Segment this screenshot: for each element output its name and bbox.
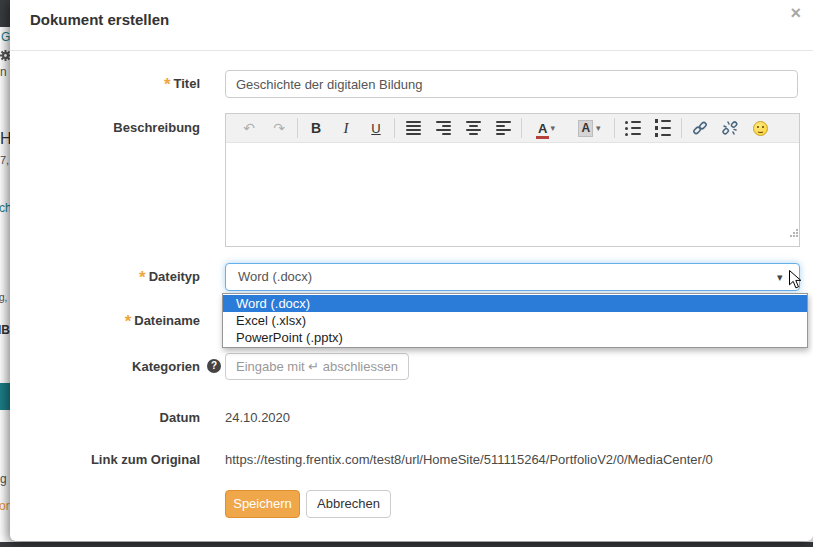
align-left-button[interactable]	[488, 116, 518, 140]
dropdown-option[interactable]: PowerPoint (.pptx)	[223, 329, 807, 346]
undo-button[interactable]: ↶	[234, 116, 264, 140]
rich-text-editor: ↶ ↷ B I U A▾ A▾	[225, 113, 800, 247]
dropdown-option[interactable]: Excel (.xlsx)	[223, 312, 807, 329]
background-text-fragment: 7,	[0, 154, 9, 166]
background-text-fragment: H	[0, 130, 10, 148]
unordered-list-button[interactable]	[618, 116, 648, 140]
field-label-titel-text: Titel	[174, 76, 201, 91]
toolbar-separator	[394, 118, 395, 138]
remove-link-button[interactable]	[715, 116, 745, 140]
background-text-fragment: g, S	[0, 292, 10, 303]
toolbar-separator	[681, 118, 682, 138]
required-asterisk-icon: *	[164, 75, 171, 94]
align-right-button[interactable]	[428, 116, 458, 140]
align-center-icon	[466, 121, 481, 135]
redo-icon: ↷	[273, 120, 285, 136]
field-label-dateiname: *Dateiname	[20, 307, 200, 336]
select-caret-icon: ▾	[777, 264, 783, 290]
chevron-down-icon: ▾	[596, 123, 601, 133]
bold-button[interactable]: B	[301, 116, 331, 140]
background-header-strip	[0, 0, 10, 27]
required-asterisk-icon: *	[125, 312, 132, 331]
field-label-dateityp: *Dateityp	[20, 263, 200, 292]
smiley-icon	[753, 121, 768, 136]
field-label-kategorien: Kategorien	[20, 353, 200, 380]
background-footer-strip	[0, 542, 813, 547]
rich-text-area[interactable]	[226, 143, 799, 238]
italic-icon: I	[344, 120, 349, 137]
mouse-cursor-icon	[789, 270, 803, 290]
background-text-fragment: ch	[0, 201, 10, 215]
save-button[interactable]: Speichern	[225, 490, 300, 518]
link-zum-original-value: https://testing.frentix.com/test8/url/Ho…	[225, 452, 713, 468]
header-divider	[10, 50, 813, 51]
bold-icon: B	[311, 120, 321, 136]
titel-input[interactable]	[225, 70, 798, 98]
align-center-button[interactable]	[458, 116, 488, 140]
datum-value: 24.10.2020	[225, 410, 290, 426]
dateityp-selected-value: Word (.docx)	[238, 269, 312, 284]
text-color-icon: A	[538, 122, 547, 135]
underline-button[interactable]: U	[361, 116, 391, 140]
ordered-list-icon	[655, 119, 671, 137]
align-left-icon	[496, 121, 511, 135]
undo-icon: ↶	[243, 120, 255, 136]
align-justify-button[interactable]	[398, 116, 428, 140]
background-text-fragment: G	[1, 30, 10, 44]
gear-icon	[0, 50, 10, 61]
toolbar-separator	[614, 118, 615, 138]
field-label-titel: *Titel	[20, 70, 200, 99]
ordered-list-button[interactable]	[648, 116, 678, 140]
close-icon[interactable]: ×	[790, 3, 801, 23]
toolbar-separator	[297, 118, 298, 138]
background-text-fragment: g	[0, 472, 7, 486]
required-asterisk-icon: *	[139, 268, 146, 287]
kategorien-input[interactable]	[225, 353, 409, 380]
field-label-beschreibung: Beschreibung	[20, 114, 200, 142]
underline-icon: U	[371, 121, 380, 136]
align-right-icon	[436, 121, 451, 135]
background-text-fragment: n	[0, 65, 7, 79]
background-color-button[interactable]: A▾	[568, 116, 611, 140]
text-color-button[interactable]: A▾	[525, 116, 568, 140]
rich-text-toolbar: ↶ ↷ B I U A▾ A▾	[226, 114, 799, 143]
dateityp-dropdown[interactable]: Word (.docx) Excel (.xlsx) PowerPoint (.…	[222, 293, 808, 348]
field-label-datum: Datum	[20, 410, 200, 426]
field-label-link-zum-original: Link zum Original	[20, 452, 200, 468]
dateityp-select[interactable]: Word (.docx) ▾	[225, 263, 800, 291]
help-icon[interactable]: ?	[207, 359, 221, 373]
unlink-icon	[722, 120, 738, 136]
background-color-icon: A	[578, 120, 593, 137]
background-text-fragment: IB	[0, 323, 10, 337]
dialog-title: Dokument erstellen	[30, 11, 169, 28]
toolbar-separator	[521, 118, 522, 138]
resize-handle-icon[interactable]	[789, 228, 798, 237]
create-document-dialog: Dokument erstellen × *Titel Beschreibung…	[10, 0, 813, 541]
background-page: G n H 7, ch g, S IB g or	[0, 0, 10, 547]
emoticons-button[interactable]	[745, 116, 775, 140]
unordered-list-icon	[625, 121, 641, 136]
field-label-dateityp-text: Dateityp	[149, 269, 200, 284]
field-label-dateiname-text: Dateiname	[134, 313, 200, 328]
insert-link-button[interactable]	[685, 116, 715, 140]
italic-button[interactable]: I	[331, 116, 361, 140]
background-teal-button	[0, 383, 10, 410]
cancel-button[interactable]: Abbrechen	[306, 490, 391, 518]
dropdown-option[interactable]: Word (.docx)	[223, 295, 807, 312]
redo-button[interactable]: ↷	[264, 116, 294, 140]
chevron-down-icon: ▾	[550, 123, 555, 133]
link-icon	[692, 120, 708, 136]
align-justify-icon	[406, 121, 421, 135]
background-text-fragment: or	[0, 499, 10, 513]
screen: G n H 7, ch g, S IB g or Dokument erstel…	[0, 0, 813, 547]
